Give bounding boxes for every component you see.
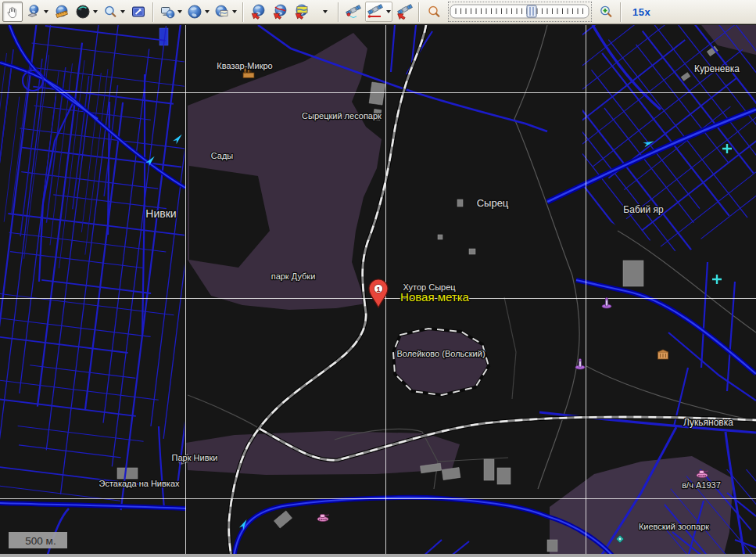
search-tool-button[interactable] [101, 2, 127, 22]
satellite-goto-icon [396, 4, 413, 20]
toolbar-separator [338, 2, 339, 22]
gps-track-button[interactable] [365, 2, 392, 22]
selection-dropdown-button[interactable] [314, 2, 334, 22]
map-label: Лукьяновка [683, 417, 733, 428]
map-label: Сады [211, 151, 234, 160]
globe-map-icon [214, 4, 230, 20]
chevron-down-icon [323, 10, 328, 13]
map-label: Эстакада на Нивках [99, 479, 180, 488]
zoom-slider[interactable] [450, 3, 590, 20]
map-canvas[interactable]: Квазар-МикроСырецкий лесопаркСадыНивкиСы… [0, 25, 756, 557]
delete-selection-button[interactable] [270, 2, 290, 22]
map-label: Куреневка [694, 63, 740, 74]
map-viewport[interactable]: Квазар-МикроСырецкий лесопаркСадыНивкиСы… [0, 25, 756, 557]
zoom-slider-thumb[interactable] [527, 5, 536, 17]
scale-bar: 500 м. [9, 532, 67, 548]
map-label: Квазар-Микро [217, 61, 272, 70]
map-selection-icon [294, 4, 310, 20]
selection-manager-button[interactable] [292, 2, 312, 22]
toolbar-separator [620, 2, 622, 22]
zoom-slider-track [450, 3, 590, 20]
fullscreen-icon [131, 4, 146, 20]
toolbar-separator [152, 2, 154, 22]
map-label: Бабий яр [623, 204, 664, 215]
map-label: Сырец [477, 197, 509, 209]
map-label: парк Дубки [271, 271, 316, 281]
satellite-track-icon [367, 4, 384, 20]
zoom-out-icon [426, 4, 442, 20]
network-mode-button[interactable] [158, 2, 184, 22]
window-bottom-edge [0, 554, 756, 557]
computer-globe-icon [159, 4, 175, 20]
zoom-out-button[interactable] [424, 2, 444, 22]
chevron-down-icon [386, 10, 391, 13]
chevron-down-icon [120, 10, 125, 13]
chevron-down-icon [177, 10, 182, 13]
chevron-down-icon [205, 10, 210, 13]
toolbar-separator [242, 2, 244, 22]
map-label: в/ч А1937 [682, 480, 721, 490]
map-label: Киевский зоопарк [639, 522, 709, 531]
hand-icon [5, 4, 20, 20]
map-source-button[interactable] [185, 2, 211, 22]
map-label: Сырецкий лесопарк [302, 111, 382, 120]
ruler-globe-icon [54, 4, 70, 20]
scale-bar-label: 500 м. [25, 535, 56, 547]
measure-distance-button[interactable] [52, 2, 72, 22]
main-toolbar: 15x [0, 0, 756, 24]
download-selection-button[interactable] [248, 2, 268, 22]
map-label: Парк Нивки [172, 453, 218, 462]
placemark-tool-button[interactable] [24, 2, 50, 22]
toolbar-separator [418, 2, 420, 22]
zoom-in-button[interactable] [596, 2, 616, 22]
layers-button[interactable] [213, 2, 238, 22]
map-label: Волейково (Вольский) [396, 349, 485, 358]
zoom-in-icon [598, 4, 614, 20]
map-label: Новая метка [400, 290, 470, 304]
building-orange-icon [658, 350, 668, 359]
gps-follow-button[interactable] [394, 2, 414, 22]
zoom-level-label: 15x [632, 6, 650, 18]
placemark-icon [26, 4, 41, 20]
chevron-down-icon [93, 10, 98, 13]
map-application-window: 15x [0, 0, 756, 557]
marker-number: 1 [376, 286, 380, 293]
globe-icon [187, 4, 202, 20]
chevron-down-icon [232, 10, 237, 13]
dark-globe-icon [75, 4, 91, 20]
map-label: Нивки [145, 207, 176, 220]
pan-tool-button[interactable] [2, 2, 23, 22]
fullscreen-button[interactable] [128, 2, 149, 22]
globe-download-icon [250, 4, 266, 20]
search-icon [102, 4, 118, 20]
satellite-icon [345, 4, 362, 20]
gps-connect-button[interactable] [343, 2, 364, 22]
globe-view-button[interactable] [73, 2, 99, 22]
chevron-down-icon [44, 10, 48, 13]
globe-delete-icon [272, 4, 288, 20]
